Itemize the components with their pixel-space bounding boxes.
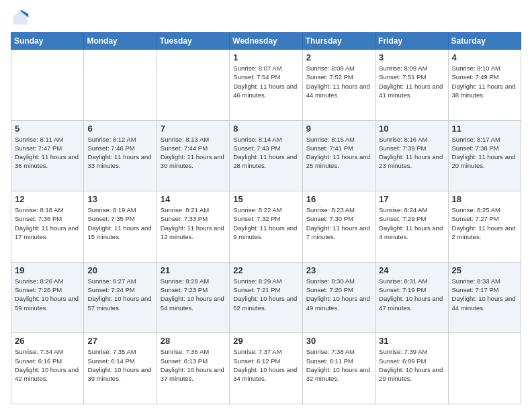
logo (11, 8, 32, 27)
calendar-cell-2-1: 5Sunrise: 8:11 AMSunset: 7:47 PMDaylight… (11, 120, 84, 191)
day-info: Sunrise: 7:37 AMSunset: 6:12 PMDaylight:… (233, 347, 298, 383)
day-info: Sunrise: 8:21 AMSunset: 7:33 PMDaylight:… (161, 205, 226, 241)
calendar-cell-1-6: 3Sunrise: 8:09 AMSunset: 7:51 PMDaylight… (375, 50, 448, 121)
day-number: 18 (452, 194, 517, 204)
day-number: 24 (379, 265, 444, 275)
day-info: Sunrise: 8:25 AMSunset: 7:27 PMDaylight:… (452, 205, 517, 241)
day-number: 7 (161, 124, 226, 134)
day-info: Sunrise: 8:16 AMSunset: 7:39 PMDaylight:… (379, 135, 444, 171)
calendar-cell-4-1: 19Sunrise: 8:26 AMSunset: 7:26 PMDayligh… (11, 262, 84, 333)
calendar-cell-2-5: 9Sunrise: 8:15 AMSunset: 7:41 PMDaylight… (302, 120, 375, 191)
calendar-header-saturday: Saturday (448, 33, 521, 50)
day-info: Sunrise: 7:34 AMSunset: 6:16 PMDaylight:… (15, 347, 80, 383)
calendar-header-tuesday: Tuesday (157, 33, 229, 50)
day-info: Sunrise: 8:07 AMSunset: 7:54 PMDaylight:… (233, 64, 298, 99)
day-info: Sunrise: 8:19 AMSunset: 7:35 PMDaylight:… (87, 205, 152, 241)
day-number: 3 (379, 52, 444, 62)
calendar-header-thursday: Thursday (302, 33, 375, 50)
calendar-cell-4-3: 21Sunrise: 8:28 AMSunset: 7:23 PMDayligh… (157, 262, 229, 333)
calendar-cell-4-4: 22Sunrise: 8:29 AMSunset: 7:21 PMDayligh… (230, 262, 302, 333)
day-info: Sunrise: 8:17 AMSunset: 7:38 PMDaylight:… (452, 135, 517, 171)
calendar-header-monday: Monday (84, 33, 157, 50)
calendar-table: SundayMondayTuesdayWednesdayThursdayFrid… (11, 32, 521, 404)
calendar-cell-3-5: 16Sunrise: 8:23 AMSunset: 7:30 PMDayligh… (302, 191, 375, 263)
page: SundayMondayTuesdayWednesdayThursdayFrid… (0, 0, 532, 411)
day-info: Sunrise: 8:08 AMSunset: 7:52 PMDaylight:… (306, 64, 371, 99)
day-number: 27 (87, 336, 152, 346)
calendar-cell-4-2: 20Sunrise: 8:27 AMSunset: 7:24 PMDayligh… (84, 262, 157, 333)
calendar-cell-5-4: 29Sunrise: 7:37 AMSunset: 6:12 PMDayligh… (230, 333, 302, 404)
calendar-cell-5-2: 27Sunrise: 7:35 AMSunset: 6:14 PMDayligh… (84, 333, 157, 404)
day-info: Sunrise: 8:30 AMSunset: 7:20 PMDaylight:… (306, 277, 371, 312)
calendar-cell-5-3: 28Sunrise: 7:36 AMSunset: 6:13 PMDayligh… (157, 333, 229, 404)
day-number: 12 (15, 194, 80, 204)
day-number: 21 (161, 265, 226, 275)
day-info: Sunrise: 8:15 AMSunset: 7:41 PMDaylight:… (306, 135, 371, 171)
calendar-week-1: 1Sunrise: 8:07 AMSunset: 7:54 PMDaylight… (11, 50, 521, 121)
day-info: Sunrise: 8:09 AMSunset: 7:51 PMDaylight:… (379, 64, 444, 99)
calendar-cell-1-4: 1Sunrise: 8:07 AMSunset: 7:54 PMDaylight… (230, 50, 302, 121)
calendar-cell-1-7: 4Sunrise: 8:10 AMSunset: 7:49 PMDaylight… (448, 50, 521, 121)
day-info: Sunrise: 8:11 AMSunset: 7:47 PMDaylight:… (15, 135, 80, 171)
calendar-cell-5-5: 30Sunrise: 7:38 AMSunset: 6:11 PMDayligh… (302, 333, 375, 404)
day-info: Sunrise: 8:23 AMSunset: 7:30 PMDaylight:… (306, 205, 371, 241)
day-info: Sunrise: 8:33 AMSunset: 7:17 PMDaylight:… (452, 277, 517, 312)
calendar-cell-4-6: 24Sunrise: 8:31 AMSunset: 7:19 PMDayligh… (375, 262, 448, 333)
day-info: Sunrise: 8:31 AMSunset: 7:19 PMDaylight:… (379, 277, 444, 312)
calendar-cell-5-6: 31Sunrise: 7:39 AMSunset: 6:09 PMDayligh… (375, 333, 448, 404)
day-number: 15 (233, 194, 298, 204)
day-info: Sunrise: 8:24 AMSunset: 7:29 PMDaylight:… (379, 205, 444, 241)
calendar-cell-1-1 (11, 50, 84, 121)
day-info: Sunrise: 8:13 AMSunset: 7:44 PMDaylight:… (161, 135, 226, 171)
day-number: 17 (379, 194, 444, 204)
calendar-cell-3-6: 17Sunrise: 8:24 AMSunset: 7:29 PMDayligh… (375, 191, 448, 263)
calendar-cell-3-1: 12Sunrise: 8:18 AMSunset: 7:36 PMDayligh… (11, 191, 84, 263)
day-info: Sunrise: 8:27 AMSunset: 7:24 PMDaylight:… (87, 277, 152, 312)
calendar-cell-2-7: 11Sunrise: 8:17 AMSunset: 7:38 PMDayligh… (448, 120, 521, 191)
day-info: Sunrise: 8:28 AMSunset: 7:23 PMDaylight:… (161, 277, 226, 312)
day-info: Sunrise: 7:36 AMSunset: 6:13 PMDaylight:… (161, 347, 226, 383)
day-number: 5 (15, 124, 80, 134)
calendar-header-wednesday: Wednesday (230, 33, 302, 50)
calendar-cell-1-5: 2Sunrise: 8:08 AMSunset: 7:52 PMDaylight… (302, 50, 375, 121)
day-number: 14 (161, 194, 226, 204)
calendar-cell-5-7 (448, 333, 521, 404)
day-info: Sunrise: 8:29 AMSunset: 7:21 PMDaylight:… (233, 277, 298, 312)
calendar-cell-4-7: 25Sunrise: 8:33 AMSunset: 7:17 PMDayligh… (448, 262, 521, 333)
day-info: Sunrise: 8:22 AMSunset: 7:32 PMDaylight:… (233, 205, 298, 241)
calendar-week-2: 5Sunrise: 8:11 AMSunset: 7:47 PMDaylight… (11, 120, 521, 191)
day-number: 19 (15, 265, 80, 275)
calendar-week-3: 12Sunrise: 8:18 AMSunset: 7:36 PMDayligh… (11, 191, 521, 263)
calendar-cell-3-2: 13Sunrise: 8:19 AMSunset: 7:35 PMDayligh… (84, 191, 157, 263)
day-number: 26 (15, 336, 80, 346)
day-number: 28 (161, 336, 226, 346)
day-number: 9 (306, 124, 371, 134)
day-number: 25 (452, 265, 517, 275)
day-number: 6 (87, 124, 152, 134)
day-number: 1 (233, 52, 298, 62)
calendar-header-friday: Friday (375, 33, 448, 50)
calendar-cell-1-2 (84, 50, 157, 121)
day-number: 10 (379, 124, 444, 134)
day-info: Sunrise: 8:10 AMSunset: 7:49 PMDaylight:… (452, 64, 517, 99)
day-number: 2 (306, 52, 371, 62)
calendar-cell-1-3 (157, 50, 229, 121)
day-number: 23 (306, 265, 371, 275)
calendar-header-row: SundayMondayTuesdayWednesdayThursdayFrid… (11, 33, 521, 50)
calendar-cell-2-3: 7Sunrise: 8:13 AMSunset: 7:44 PMDaylight… (157, 120, 229, 191)
calendar-cell-2-6: 10Sunrise: 8:16 AMSunset: 7:39 PMDayligh… (375, 120, 448, 191)
day-number: 11 (452, 124, 517, 134)
calendar-cell-2-2: 6Sunrise: 8:12 AMSunset: 7:46 PMDaylight… (84, 120, 157, 191)
logo-icon (11, 8, 30, 27)
day-info: Sunrise: 7:35 AMSunset: 6:14 PMDaylight:… (87, 347, 152, 383)
day-number: 13 (87, 194, 152, 204)
day-info: Sunrise: 7:38 AMSunset: 6:11 PMDaylight:… (306, 347, 371, 383)
day-info: Sunrise: 7:39 AMSunset: 6:09 PMDaylight:… (379, 347, 444, 383)
calendar-week-5: 26Sunrise: 7:34 AMSunset: 6:16 PMDayligh… (11, 333, 521, 404)
day-number: 31 (379, 336, 444, 346)
day-number: 30 (306, 336, 371, 346)
header (11, 8, 521, 27)
day-info: Sunrise: 8:12 AMSunset: 7:46 PMDaylight:… (87, 135, 152, 171)
day-number: 8 (233, 124, 298, 134)
calendar-cell-5-1: 26Sunrise: 7:34 AMSunset: 6:16 PMDayligh… (11, 333, 84, 404)
